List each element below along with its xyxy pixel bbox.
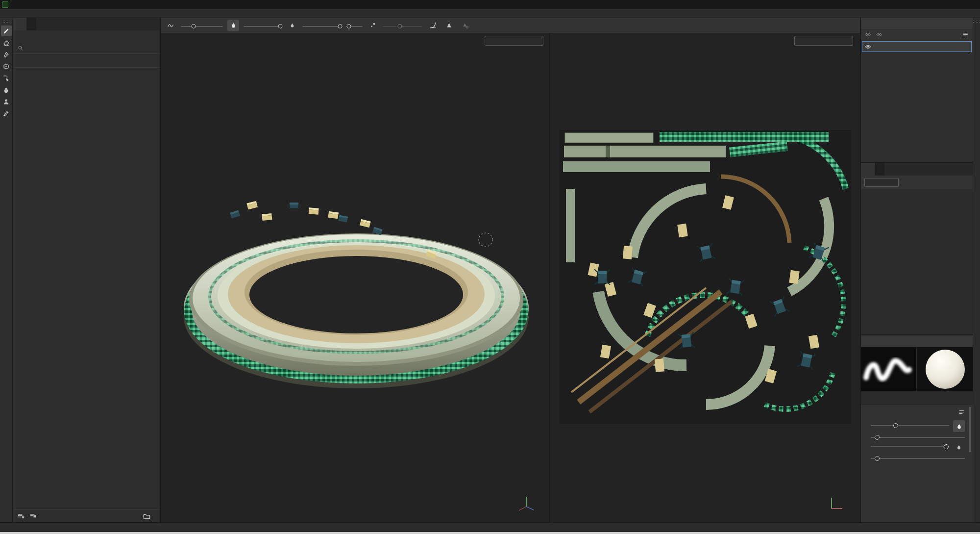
channel-dropdown[interactable] [864,178,899,187]
uv-axis-gizmo [827,493,848,513]
center-area [161,18,860,522]
3d-model-pool-ring[interactable] [161,33,549,522]
properties-tabs [861,391,973,405]
tab-texture-set-settings[interactable] [875,163,884,176]
texture-set-toolbar [861,29,973,40]
visibility-eye-icon[interactable] [865,44,871,50]
min-size-slider[interactable] [871,437,965,438]
pressure-size-button[interactable] [953,420,965,432]
tool-button[interactable] [1,25,12,36]
materials-grid [13,68,160,509]
assets-footer [13,509,160,522]
spacing-slider[interactable] [346,26,363,27]
brush-flow-control[interactable] [244,24,282,27]
layers-tab-bar [861,163,973,176]
brush-tip-button[interactable] [227,20,239,31]
list-options-icon[interactable] [962,31,969,38]
tool-button[interactable] [1,108,12,119]
brush-cursor [479,233,492,247]
brush-toolbar [161,18,860,33]
flow-slider[interactable] [871,446,949,447]
tool-button[interactable] [1,84,12,95]
texture-set-row[interactable] [862,41,972,52]
close-button[interactable] [960,0,980,9]
stroke-options-icon[interactable] [165,20,176,31]
detail-view-icon[interactable] [29,512,37,520]
properties-panel [861,334,973,522]
title-bar [0,0,980,9]
tool-button[interactable] [1,37,12,48]
window-controls [921,0,980,9]
2d-view-mode-dropdown[interactable] [794,36,853,46]
menu-bar [0,9,980,18]
size-slider[interactable] [871,425,949,426]
library-selector[interactable] [13,30,160,42]
layers-panel [861,162,973,334]
search-input[interactable] [26,45,155,51]
texture-set-empty-area [861,52,973,162]
layers-toolbar [861,176,973,189]
app-logo [2,1,8,8]
profile-settings-icon[interactable] [459,20,471,31]
preview-sphere [926,350,965,389]
tool-button[interactable] [1,49,12,60]
brush-previews [861,347,973,391]
tab-substance-3d-assets[interactable] [26,18,36,30]
taskbar-edge [0,532,980,534]
flow-slider[interactable] [244,26,282,27]
texture-set-panel [861,18,973,162]
panel-drag-handle[interactable] [973,20,980,23]
profile-icon[interactable] [443,20,455,31]
flow-tip-icon[interactable] [286,20,298,31]
properties-header [861,335,973,347]
show-all-eye-icon[interactable] [865,31,871,38]
tool-button[interactable] [1,61,12,72]
3d-view-mode-dropdown[interactable] [485,36,543,46]
tool-button[interactable] [1,96,12,107]
search-row [13,42,160,54]
minimize-button[interactable] [921,0,941,9]
tab-assets[interactable] [13,18,26,30]
falloff-curve-icon[interactable] [427,20,439,31]
size-slider[interactable] [181,26,223,27]
uv-texture-view[interactable] [559,130,851,424]
brush-size-control[interactable] [181,24,223,27]
opacity-slider[interactable] [302,26,342,27]
maximize-button[interactable] [941,0,960,9]
asset-filter-bar [13,54,160,68]
new-folder-icon[interactable] [143,512,150,520]
right-dock-strip [973,18,980,522]
tool-button[interactable] [1,73,12,83]
stroke-preview[interactable] [861,347,916,391]
pressure-flow-icon[interactable] [953,441,965,453]
assets-tab-bar [13,18,160,30]
brush-opacity-control[interactable] [302,24,342,27]
search-icon [18,45,23,51]
texture-set-header [861,18,973,29]
section-menu-icon[interactable] [958,409,965,415]
left-toolbar [0,18,13,522]
tab-layers[interactable] [861,163,875,176]
distance-slider[interactable] [383,26,422,27]
assets-panel [13,18,161,522]
scatter-icon[interactable] [367,20,379,31]
scrollbar[interactable] [969,407,971,452]
solo-eye-icon[interactable] [876,31,882,38]
viewport-3d[interactable] [161,33,549,522]
min-flow-slider[interactable] [871,458,965,459]
right-panel [860,18,973,522]
brush-settings [861,405,973,522]
status-bar [0,522,980,532]
panel-drag-handle[interactable] [2,20,10,23]
3d-axis-gizmo [514,493,539,515]
brush-spacing-control[interactable] [346,24,363,27]
brush-distance-control[interactable] [383,24,422,27]
layer-stack [861,189,973,334]
material-preview[interactable] [917,347,973,391]
viewport-2d[interactable] [550,33,860,522]
list-view-icon[interactable] [17,512,24,520]
